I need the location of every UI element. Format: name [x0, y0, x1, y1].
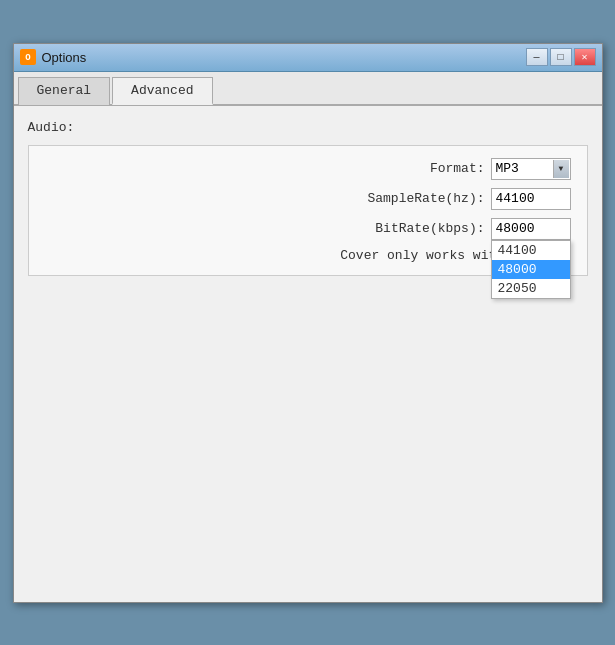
- format-row: Format: MP3 ▼: [45, 158, 571, 180]
- samplerate-label: SampleRate(hz):: [367, 191, 484, 206]
- maximize-button[interactable]: □: [550, 48, 572, 66]
- minimize-button[interactable]: —: [526, 48, 548, 66]
- bitrate-label: BitRate(kbps):: [375, 221, 484, 236]
- window-title: Options: [42, 50, 87, 65]
- tab-advanced[interactable]: Advanced: [112, 77, 212, 105]
- app-icon: O: [20, 49, 36, 65]
- bitrate-select-container: 48000 44100 48000 22050: [491, 218, 571, 240]
- bitrate-value[interactable]: 48000: [491, 218, 571, 240]
- format-select-container: MP3 ▼: [491, 158, 571, 180]
- tab-general[interactable]: General: [18, 77, 111, 105]
- samplerate-row: SampleRate(hz): 44100: [45, 188, 571, 210]
- dropdown-item-48000[interactable]: 48000: [492, 260, 570, 279]
- format-value[interactable]: MP3: [491, 158, 571, 180]
- dropdown-item-22050[interactable]: 22050: [492, 279, 570, 298]
- samplerate-value[interactable]: 44100: [491, 188, 571, 210]
- dropdown-item-44100[interactable]: 44100: [492, 241, 570, 260]
- title-bar-left: O Options: [20, 49, 87, 65]
- audio-box: Format: MP3 ▼ SampleRate(hz): 44100 BitR…: [28, 145, 588, 276]
- svg-text:O: O: [25, 53, 31, 63]
- content-area: Audio: Format: MP3 ▼ SampleRate(hz): 441…: [14, 106, 602, 602]
- bitrate-dropdown: 44100 48000 22050: [491, 240, 571, 299]
- options-window: O Options — □ ✕ General Advanced Audio: …: [13, 43, 603, 603]
- window-controls: — □ ✕: [526, 48, 596, 66]
- tab-bar: General Advanced: [14, 72, 602, 106]
- format-label: Format:: [430, 161, 485, 176]
- bitrate-row: BitRate(kbps): 48000 44100 48000 22050: [45, 218, 571, 240]
- close-button[interactable]: ✕: [574, 48, 596, 66]
- title-bar: O Options — □ ✕: [14, 44, 602, 72]
- audio-section-label: Audio:: [28, 120, 588, 135]
